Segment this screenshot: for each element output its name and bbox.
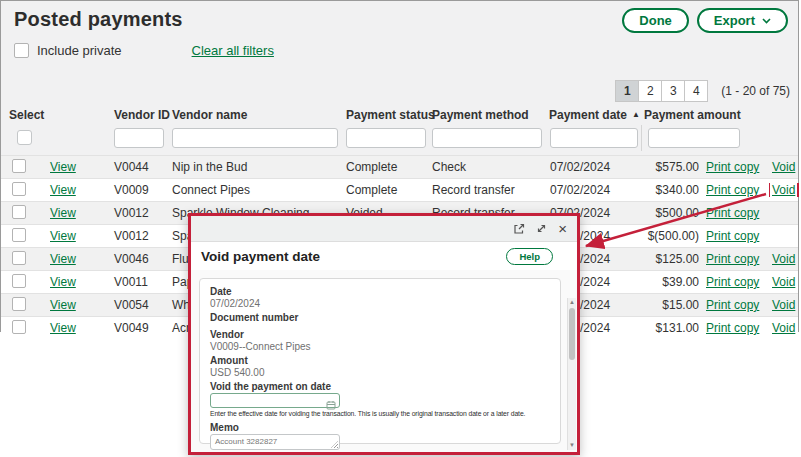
payment-status-cell: Complete xyxy=(343,183,429,197)
print-copy-link[interactable]: Print copy xyxy=(706,321,759,335)
view-link[interactable]: View xyxy=(50,183,76,197)
memo-value: Account 3282827 xyxy=(215,437,277,446)
page-button-2[interactable]: 2 xyxy=(638,80,662,102)
print-copy-link[interactable]: Print copy xyxy=(706,298,759,312)
payment-date-cell: 07/02/2024 xyxy=(546,183,641,197)
table-row: View V0044 Nip in the Bud Complete Check… xyxy=(1,155,798,178)
expand-icon[interactable] xyxy=(536,223,547,234)
resize-handle[interactable] xyxy=(331,441,338,448)
help-button[interactable]: Help xyxy=(506,248,553,265)
table-filter-row xyxy=(1,125,798,151)
payment-amount-cell: $39.00 xyxy=(641,275,703,289)
void-link[interactable]: Void xyxy=(772,275,795,289)
vendor-label: Vendor xyxy=(210,329,550,340)
filter-vendor-name-input[interactable] xyxy=(172,128,338,148)
scrollbar-up-icon[interactable] xyxy=(568,298,576,307)
page-title: Posted payments xyxy=(14,8,183,31)
pagination-range: (1 - 20 of 75) xyxy=(721,84,790,98)
view-link[interactable]: View xyxy=(50,298,76,312)
row-checkbox[interactable] xyxy=(12,320,26,334)
view-link[interactable]: View xyxy=(50,321,76,335)
print-copy-link[interactable]: Print copy xyxy=(706,160,759,174)
void-date-helper-text: Enter the effective date for voiding the… xyxy=(210,410,550,418)
page-button-4[interactable]: 4 xyxy=(684,80,708,102)
filter-vendor-id-input[interactable] xyxy=(114,128,164,148)
close-icon[interactable]: × xyxy=(558,221,567,236)
payment-amount-cell: $15.00 xyxy=(641,298,703,312)
void-link[interactable]: Void xyxy=(772,252,795,266)
void-date-input[interactable] xyxy=(210,393,340,408)
row-checkbox[interactable] xyxy=(12,297,26,311)
amount-label: Amount xyxy=(210,355,550,366)
print-copy-link[interactable]: Print copy xyxy=(706,183,759,197)
view-link[interactable]: View xyxy=(50,275,76,289)
vendor-id-cell: V0046 xyxy=(111,252,169,266)
filter-payment-amount-input[interactable] xyxy=(648,128,740,148)
title-bar: Posted payments Done Export xyxy=(1,1,798,33)
modal-scrollbar[interactable] xyxy=(567,298,576,450)
done-button[interactable]: Done xyxy=(622,8,689,33)
payment-status-header[interactable]: Payment status xyxy=(343,108,429,122)
amount-value: USD 540.00 xyxy=(210,367,550,378)
vendor-name-cell: Nip in the Bud xyxy=(169,160,343,174)
row-checkbox[interactable] xyxy=(12,182,26,196)
filter-payment-date-input[interactable] xyxy=(550,128,638,148)
payment-method-header[interactable]: Payment method xyxy=(429,108,546,122)
void-link[interactable]: Void xyxy=(772,298,795,312)
payment-amount-cell: $125.00 xyxy=(641,252,703,266)
include-private-checkbox[interactable] xyxy=(14,43,29,58)
clear-all-filters-link[interactable]: Clear all filters xyxy=(192,43,274,58)
payment-date-cell: 07/02/2024 xyxy=(546,160,641,174)
row-checkbox[interactable] xyxy=(12,274,26,288)
void-date-label: Void the payment on date xyxy=(210,381,550,392)
payment-amount-cell: $340.00 xyxy=(641,183,703,197)
scrollbar-thumb[interactable] xyxy=(569,308,575,360)
filter-payment-method-input[interactable] xyxy=(432,128,542,148)
print-copy-link[interactable]: Print copy xyxy=(706,275,759,289)
include-private-label: Include private xyxy=(37,43,122,58)
memo-textarea[interactable]: Account 3282827 xyxy=(210,434,340,450)
void-link[interactable]: Void xyxy=(772,183,795,197)
calendar-icon[interactable] xyxy=(326,396,336,414)
payment-amount-cell: $131.00 xyxy=(641,321,703,335)
modal-body: Date 07/02/2024 Document number Vendor V… xyxy=(191,270,577,452)
row-checkbox[interactable] xyxy=(12,228,26,242)
payment-amount-header[interactable]: Payment amount xyxy=(641,108,703,122)
modal-title: Void payment date xyxy=(201,249,320,264)
payment-date-header[interactable]: Payment date ▲ xyxy=(546,108,641,122)
view-link[interactable]: View xyxy=(50,252,76,266)
vendor-id-header[interactable]: Vendor ID xyxy=(111,108,169,122)
payment-status-cell: Complete xyxy=(343,160,429,174)
vendor-name-header[interactable]: Vendor name xyxy=(169,108,343,122)
vendor-name-cell: Connect Pipes xyxy=(169,183,343,197)
void-link[interactable]: Void xyxy=(772,321,795,335)
print-copy-link[interactable]: Print copy xyxy=(706,206,759,220)
vendor-value: V0009--Connect Pipes xyxy=(210,341,550,352)
view-link[interactable]: View xyxy=(50,160,76,174)
pagination: 1 2 3 4 (1 - 20 of 75) xyxy=(616,80,790,102)
row-checkbox[interactable] xyxy=(12,205,26,219)
select-header: Select xyxy=(9,108,47,122)
payment-amount-cell: $575.00 xyxy=(641,160,703,174)
vendor-id-cell: V0011 xyxy=(111,275,169,289)
view-link[interactable]: View xyxy=(50,229,76,243)
void-link[interactable]: Void xyxy=(772,160,795,174)
filter-payment-status-input[interactable] xyxy=(346,128,426,148)
scrollbar-down-icon[interactable] xyxy=(568,441,576,450)
payment-amount-cell: $500.00 xyxy=(641,206,703,220)
page-button-3[interactable]: 3 xyxy=(661,80,685,102)
print-copy-link[interactable]: Print copy xyxy=(706,229,759,243)
view-link[interactable]: View xyxy=(50,206,76,220)
page-button-1[interactable]: 1 xyxy=(615,80,639,102)
chevron-down-icon xyxy=(762,18,771,24)
select-all-checkbox[interactable] xyxy=(17,130,32,145)
vendor-id-cell: V0049 xyxy=(111,321,169,335)
row-checkbox[interactable] xyxy=(12,251,26,265)
vendor-id-cell: V0054 xyxy=(111,298,169,312)
export-button[interactable]: Export xyxy=(697,8,788,33)
popout-icon[interactable] xyxy=(513,223,525,235)
row-checkbox[interactable] xyxy=(12,159,26,173)
print-copy-link[interactable]: Print copy xyxy=(706,252,759,266)
date-label: Date xyxy=(210,286,550,297)
memo-label: Memo xyxy=(210,422,550,433)
